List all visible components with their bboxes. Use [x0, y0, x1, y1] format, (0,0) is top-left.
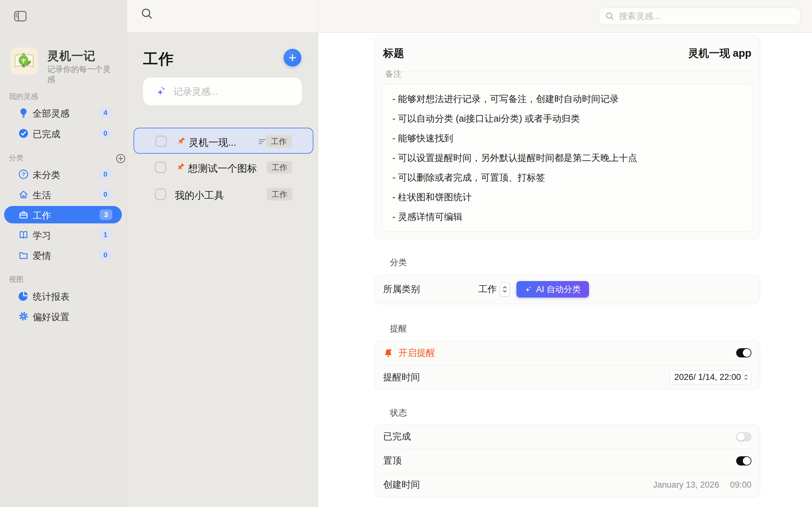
note-line: - 能够快速找到 — [392, 128, 743, 148]
briefcase-icon — [18, 210, 29, 220]
datetime-stepper-icon[interactable] — [744, 375, 748, 380]
category-card: 所属类别 工作 AI 自动分类 — [374, 275, 760, 304]
checkbox[interactable] — [155, 135, 167, 147]
note-line: - 可以设置提醒时间，另外默认提醒时间都是第二天晚上十点 — [392, 148, 743, 168]
sidebar-item-all-ideas[interactable]: 全部灵感 4 — [0, 103, 127, 123]
book-icon — [18, 230, 29, 240]
sidebar-section-views: 视图 — [9, 274, 23, 284]
pinned-label: 置顶 — [383, 454, 402, 467]
sidebar-item-study[interactable]: 学习 1 — [0, 225, 127, 245]
category-tag: 工作 — [266, 188, 293, 201]
folder-icon — [18, 250, 29, 260]
list-title: 工作 — [143, 49, 174, 69]
pie-chart-icon — [18, 291, 29, 301]
sidebar-item-stats[interactable]: 统计报表 — [0, 286, 127, 306]
select-stepper-icon — [500, 282, 510, 297]
completed-label: 已完成 — [383, 430, 411, 443]
topbar-divider — [318, 0, 318, 32]
sidebar-item-uncategorized[interactable]: ? 未分类 0 — [0, 164, 127, 184]
app-logo — [10, 48, 38, 75]
created-time: 09:00 — [730, 480, 751, 490]
list-item[interactable]: 灵机一现... 工作 — [134, 128, 313, 154]
count-badge: 4 — [99, 107, 112, 118]
pin-icon — [175, 136, 186, 147]
idea-detail-panel: 标题 灵机一现 app 备注 - 能够对想法进行记录，可写备注，创建时自动时间记… — [318, 33, 812, 507]
quick-capture-input[interactable] — [173, 87, 302, 97]
created-date: January 13, 2026 — [653, 480, 719, 490]
category-section-header: 分类 — [390, 257, 407, 268]
sidebar-item-preferences[interactable]: 偏好设置 — [0, 306, 127, 326]
sidebar: 灵机一记 记录你的每一个灵感 我的灵感 全部灵感 4 已完成 0 分类 ? — [0, 0, 127, 507]
reminder-toggle[interactable] — [736, 348, 751, 357]
status-card: 已完成 置顶 创建时间 January 13, 2026 09:00 — [374, 424, 760, 497]
reminder-section-header: 提醒 — [390, 323, 407, 334]
count-badge: 0 — [99, 128, 112, 138]
app-window: 灵机一记 记录你的每一个灵感 我的灵感 全部灵感 4 已完成 0 分类 ? — [0, 0, 812, 507]
sparkles-icon — [156, 86, 167, 97]
note-line: - 灵感详情可编辑 — [392, 207, 743, 227]
add-idea-button[interactable] — [284, 49, 301, 66]
lightbulb-icon — [18, 108, 29, 118]
sidebar-section-my-ideas: 我的灵感 — [9, 92, 38, 101]
ai-classify-button[interactable]: AI 自动分类 — [516, 281, 589, 297]
search-icon[interactable] — [140, 7, 154, 20]
gear-icon — [18, 311, 29, 321]
count-badge: 0 — [99, 169, 112, 179]
question-circle-icon: ? — [18, 169, 29, 179]
svg-text:?: ? — [22, 171, 26, 177]
note-line: - 柱状图和饼图统计 — [392, 187, 743, 207]
count-badge: 0 — [99, 250, 112, 260]
list-item[interactable]: 想测试一个图标 工作 — [134, 154, 313, 180]
reminder-time-input[interactable]: 2026/ 1/14, 22:00 — [670, 371, 751, 384]
add-category-icon[interactable] — [115, 153, 126, 164]
sidebar-section-categories: 分类 — [9, 153, 23, 163]
pin-icon — [175, 162, 186, 173]
sidebar-item-completed[interactable]: 已完成 0 — [0, 123, 127, 144]
reminder-time-label: 提醒时间 — [383, 371, 420, 384]
top-toolbar — [127, 0, 812, 33]
ai-sparkle-icon — [525, 285, 532, 293]
sidebar-toggle-icon[interactable] — [14, 11, 27, 21]
idea-list-column: 工作 灵机一现... 工作 — [127, 33, 318, 507]
search-input[interactable] — [619, 11, 800, 21]
created-label: 创建时间 — [383, 478, 420, 491]
list-item[interactable]: 我的小工具 工作 — [134, 181, 313, 207]
reminder-card: 开启提醒 提醒时间 2026/ 1/14, 22:00 — [374, 340, 760, 389]
house-icon — [18, 189, 29, 200]
reminder-toggle-label: 开启提醒 — [398, 347, 435, 359]
notes-editor[interactable]: - 能够对想法进行记录，可写备注，创建时自动时间记录 - 可以自动分类 (ai接… — [382, 84, 753, 232]
sidebar-item-love[interactable]: 爱情 0 — [0, 245, 127, 265]
count-badge: 0 — [99, 189, 112, 200]
title-notes-card: 标题 灵机一现 app 备注 - 能够对想法进行记录，可写备注，创建时自动时间记… — [374, 35, 760, 239]
completed-toggle[interactable] — [736, 432, 751, 441]
pinned-toggle[interactable] — [736, 456, 751, 465]
title-row: 标题 灵机一现 app — [383, 36, 751, 72]
quick-capture-field[interactable] — [143, 78, 302, 106]
count-badge: 1 — [99, 229, 112, 240]
reminder-time-row: 提醒时间 2026/ 1/14, 22:00 — [383, 365, 751, 389]
reminder-toggle-row: 开启提醒 — [383, 341, 751, 365]
completed-row: 已完成 — [383, 425, 751, 449]
count-badge: 3 — [100, 210, 112, 220]
check-circle-icon — [18, 128, 29, 138]
idea-title-value[interactable]: 灵机一现 app — [688, 46, 751, 60]
category-tag: 工作 — [266, 135, 292, 148]
checkbox[interactable] — [155, 162, 166, 173]
app-name: 灵机一记 — [47, 48, 96, 64]
sidebar-item-work[interactable]: 工作 3 — [4, 206, 122, 223]
global-search-field[interactable] — [599, 8, 801, 25]
note-line: - 可以自动分类 (ai接口让ai分类) 或者手动归类 — [392, 109, 743, 128]
note-line: - 可以删除或者完成，可置顶、打标签 — [392, 168, 743, 187]
note-line: - 能够对想法进行记录，可写备注，创建时自动时间记录 — [392, 89, 743, 109]
pinned-row: 置顶 — [383, 449, 751, 473]
checkbox[interactable] — [155, 188, 166, 200]
app-tagline: 记录你的每一个灵感 — [47, 64, 115, 84]
sidebar-item-life[interactable]: 生活 0 — [0, 184, 127, 205]
title-label: 标题 — [383, 46, 404, 60]
bell-icon — [383, 348, 393, 358]
created-time-row: 创建时间 January 13, 2026 09:00 — [383, 473, 751, 497]
category-select[interactable]: 工作 — [478, 282, 510, 297]
status-section-header: 状态 — [390, 407, 407, 418]
notes-label: 备注 — [385, 68, 402, 79]
magnifier-icon — [605, 11, 614, 21]
